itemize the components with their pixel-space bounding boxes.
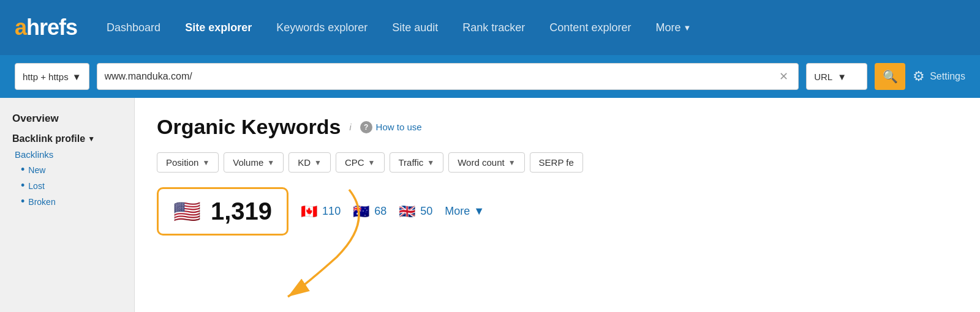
au-flag-icon: 🇦🇺 [353,204,369,220]
search-button[interactable]: 🔍 [875,63,905,90]
gb-count: 50 [420,205,432,218]
chevron-down-icon: ▼ [508,158,516,167]
main-nav: Dashboard Site explorer Keywords explore… [97,17,965,39]
filter-serp[interactable]: SERP fe [530,152,583,173]
nav-rank-tracker[interactable]: Rank tracker [453,17,535,39]
filter-cpc[interactable]: CPC ▼ [336,152,385,173]
logo-hrefs: hrefs [26,15,77,40]
url-input[interactable] [105,71,777,82]
sidebar-new[interactable]: • New [12,163,122,176]
country-stat-gb[interactable]: 🇬🇧 50 [399,204,432,220]
sidebar-backlinks[interactable]: Backlinks [12,149,122,160]
country-stat-ca[interactable]: 🇨🇦 110 [301,204,341,220]
more-countries-button[interactable]: More ▼ [445,205,484,218]
question-icon: ? [360,121,372,133]
how-to-use-label: How to use [376,122,422,132]
topbar: ahrefs Dashboard Site explorer Keywords … [0,0,980,55]
sidebar-overview[interactable]: Overview [12,113,122,125]
sidebar-backlink-profile[interactable]: Backlink profile ▼ [12,133,122,144]
nav-site-explorer[interactable]: Site explorer [175,17,262,39]
filter-volume[interactable]: Volume ▼ [224,152,284,173]
chevron-down-icon: ▼ [267,158,274,167]
clear-button[interactable]: ✕ [777,67,791,86]
nav-site-audit[interactable]: Site audit [382,17,448,39]
logo-a: a [15,15,26,40]
chevron-down-icon: ▼ [314,158,322,167]
country-stat-au[interactable]: 🇦🇺 68 [353,204,386,220]
chevron-down-icon: ▼ [88,135,95,143]
us-count: 1,319 [211,198,272,225]
how-to-use-link[interactable]: ? How to use [360,121,422,133]
ca-count: 110 [322,205,341,218]
content-area: Organic Keywords i ? How to use Position… [135,98,980,312]
chevron-down-icon: ▼ [473,205,484,218]
more-label: More [445,205,470,218]
gear-icon: ⚙ [913,69,925,84]
chevron-down-icon: ▼ [427,158,434,167]
protocol-select[interactable]: http + https ▼ [15,63,89,90]
protocol-label: http + https [23,72,69,82]
settings-label: Settings [930,71,965,82]
search-icon: 🔍 [883,69,898,84]
page-title: Organic Keywords [157,115,341,139]
mode-chevron: ▼ [837,72,846,82]
sidebar: Overview Backlink profile ▼ Backlinks • … [0,98,135,312]
chevron-down-icon: ▼ [202,158,209,167]
country-card-us[interactable]: 🇺🇸 1,319 [157,187,288,236]
main-area: Overview Backlink profile ▼ Backlinks • … [0,98,980,312]
mode-select[interactable]: URL ▼ [806,63,867,90]
info-marker: i [349,122,351,132]
logo[interactable]: ahrefs [15,15,77,40]
searchbar: http + https ▼ ✕ URL ▼ 🔍 ⚙ Settings [0,55,980,98]
chevron-down-icon: ▼ [368,158,375,167]
sidebar-lost[interactable]: • Lost [12,179,122,192]
bullet-icon: • [21,163,24,176]
bullet-icon: • [21,195,24,208]
filter-position[interactable]: Position ▼ [157,152,219,173]
au-count: 68 [374,205,386,218]
filter-kd[interactable]: KD ▼ [288,152,331,173]
mode-label: URL [814,72,832,82]
country-stats-row: 🇺🇸 1,319 🇨🇦 110 🇦🇺 68 🇬🇧 50 More [157,187,958,236]
ca-flag-icon: 🇨🇦 [301,204,317,220]
nav-content-explorer[interactable]: Content explorer [540,17,641,39]
page-title-row: Organic Keywords i ? How to use [157,115,958,139]
bullet-icon: • [21,179,24,192]
nav-dashboard[interactable]: Dashboard [97,17,170,39]
nav-more[interactable]: More ▼ [646,17,701,39]
filters-row: Position ▼ Volume ▼ KD ▼ CPC ▼ Traffic ▼… [157,152,958,173]
sidebar-broken[interactable]: • Broken [12,195,122,208]
filter-traffic[interactable]: Traffic ▼ [390,152,444,173]
us-flag-icon: 🇺🇸 [173,199,201,225]
gb-flag-icon: 🇬🇧 [399,204,415,220]
settings-button[interactable]: ⚙ Settings [913,69,965,84]
chevron-down-icon: ▼ [683,23,691,32]
protocol-chevron: ▼ [72,72,81,82]
url-input-wrapper: ✕ [97,63,799,90]
filter-word-count[interactable]: Word count ▼ [448,152,524,173]
nav-keywords-explorer[interactable]: Keywords explorer [266,17,377,39]
